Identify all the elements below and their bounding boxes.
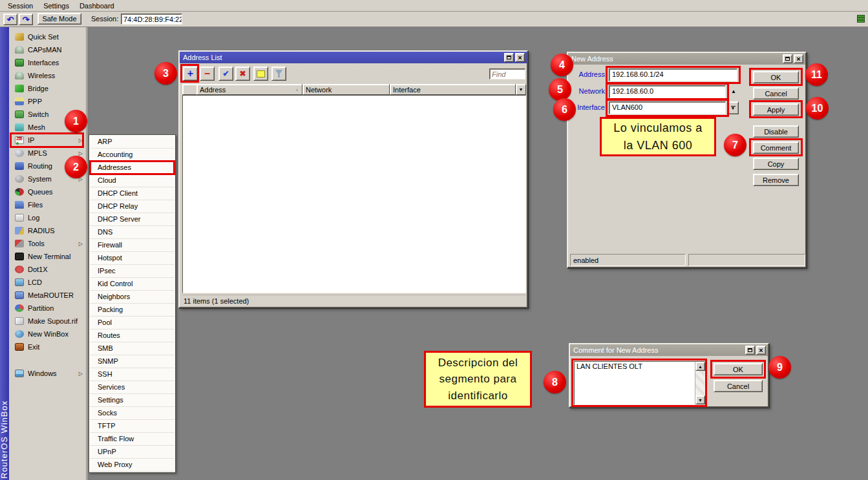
sidebar-item-bridge[interactable]: Bridge: [9, 82, 86, 95]
submenu-item-neighbors[interactable]: Neighbors: [90, 291, 175, 304]
filter-button[interactable]: [271, 67, 286, 81]
scroll-down-button[interactable]: ▼: [695, 395, 705, 404]
remove-address-button[interactable]: −: [200, 67, 215, 81]
spin-up-icon[interactable]: ▲: [731, 89, 736, 94]
submenu-item-web-proxy[interactable]: Web Proxy: [90, 459, 175, 472]
submenu-item-addresses[interactable]: Addresses: [90, 162, 175, 174]
sidebar-item-capsman[interactable]: CAPsMAN: [9, 43, 86, 56]
sidebar-item-metarouter[interactable]: MetaROUTER: [9, 289, 86, 302]
comment-dialog-titlebar[interactable]: Comment for New Address ×: [570, 344, 768, 356]
new-address-titlebar[interactable]: New Address ×: [568, 53, 805, 65]
sidebar-item-wireless[interactable]: Wireless: [9, 69, 86, 82]
submenu-item-pool[interactable]: Pool: [90, 317, 175, 329]
submenu-item-firewall[interactable]: Firewall: [90, 239, 175, 252]
submenu-item-kid-control[interactable]: Kid Control: [90, 278, 175, 291]
undo-button[interactable]: ↶: [3, 14, 17, 25]
address-input[interactable]: 192.168.60.1/24: [609, 68, 737, 81]
submenu-item-hotspot[interactable]: Hotspot: [90, 252, 175, 265]
submenu-item-tftp[interactable]: TFTP: [90, 420, 175, 433]
comment-tool-button[interactable]: [253, 67, 268, 81]
sidebar-item-files[interactable]: Files: [9, 198, 86, 211]
comment-button[interactable]: Comment: [753, 141, 799, 154]
capsman-icon: [15, 46, 24, 54]
submenu-item-settings[interactable]: Settings: [90, 394, 175, 407]
sidebar-item-queues[interactable]: Queues: [9, 185, 86, 198]
sidebar-item-new-winbox[interactable]: New WinBox: [9, 328, 86, 340]
enable-button[interactable]: ✔: [218, 67, 233, 81]
disable-button[interactable]: ✖: [235, 67, 250, 81]
maximize-button[interactable]: [783, 54, 792, 63]
network-input[interactable]: 192.168.60.0: [609, 85, 726, 98]
sidebar-item-dot1x[interactable]: Dot1X: [9, 263, 86, 276]
submenu-item-socks[interactable]: Socks: [90, 407, 175, 420]
close-button[interactable]: ×: [515, 53, 525, 62]
submenu-item-snmp[interactable]: SNMP: [90, 355, 175, 368]
sidebar-item-quick-set[interactable]: Quick Set: [9, 30, 86, 43]
menu-session[interactable]: Session: [3, 1, 38, 10]
submenu-item-ipsec[interactable]: IPsec: [90, 265, 175, 278]
menu-settings[interactable]: Settings: [38, 1, 74, 10]
copy-button[interactable]: Copy: [753, 158, 799, 170]
sidebar-item-switch[interactable]: Switch: [9, 108, 86, 121]
sidebar-item-make-supout[interactable]: Make Supout.rif: [9, 315, 86, 328]
add-address-button[interactable]: +: [183, 67, 198, 81]
sidebar-item-ip[interactable]: IP▷: [9, 134, 86, 147]
sidebar-item-mesh[interactable]: Mesh: [9, 121, 86, 134]
close-button[interactable]: ×: [794, 54, 803, 63]
cancel-button[interactable]: Cancel: [753, 87, 799, 99]
submenu-item-packing[interactable]: Packing: [90, 304, 175, 317]
sidebar-item-mpls[interactable]: MPLS▷: [9, 147, 86, 160]
scroll-up-button[interactable]: ▲: [695, 362, 705, 371]
sidebar-item-interfaces[interactable]: Interfaces: [9, 56, 86, 69]
sidebar-item-tools[interactable]: Tools▷: [9, 237, 86, 250]
menu-dashboard[interactable]: Dashboard: [74, 1, 120, 10]
comment-textarea[interactable]: LAN CLIENTES OLT: [574, 361, 705, 405]
interface-column-header[interactable]: Interface: [390, 84, 516, 95]
sidebar-item-log[interactable]: Log: [9, 211, 86, 224]
submenu-item-accounting[interactable]: Accounting: [90, 149, 175, 162]
submenu-item-smb[interactable]: SMB: [90, 342, 175, 355]
submenu-item-services[interactable]: Services: [90, 381, 175, 394]
interface-dropdown-button[interactable]: ▼: [727, 101, 739, 114]
find-input[interactable]: [489, 68, 525, 79]
maximize-button[interactable]: [504, 53, 514, 62]
submenu-item-dhcp-client[interactable]: DHCP Client: [90, 187, 175, 200]
address-list-titlebar[interactable]: Address List ×: [180, 52, 527, 63]
submenu-item-dns[interactable]: DNS: [90, 226, 175, 239]
submenu-item-traffic-flow[interactable]: Traffic Flow: [90, 433, 175, 446]
safe-mode-button[interactable]: Safe Mode: [37, 13, 81, 25]
sidebar-item-radius[interactable]: RADIUS: [9, 224, 86, 237]
submenu-item-dhcp-server[interactable]: DHCP Server: [90, 213, 175, 226]
sidebar-item-routing[interactable]: Routing▷: [9, 160, 86, 172]
comment-cancel-button[interactable]: Cancel: [714, 380, 763, 392]
disable-button[interactable]: Disable: [753, 125, 799, 138]
submenu-item-cloud[interactable]: Cloud: [90, 174, 175, 187]
address-list-body[interactable]: [182, 95, 526, 293]
comment-ok-button[interactable]: OK: [714, 363, 763, 375]
close-button[interactable]: ×: [756, 346, 766, 355]
submenu-item-upnp[interactable]: UPnP: [90, 446, 175, 459]
scrollbar[interactable]: ▲ ▼: [695, 362, 704, 404]
submenu-item-arp[interactable]: ARP: [90, 136, 175, 149]
address-column-header[interactable]: Address▲: [196, 84, 302, 95]
submenu-item-dhcp-relay[interactable]: DHCP Relay: [90, 200, 175, 213]
maximize-button[interactable]: [745, 346, 755, 355]
redo-button[interactable]: ↷: [19, 14, 33, 25]
session-field[interactable]: 74:4D:28:B9:F4:22: [121, 14, 182, 25]
apply-button[interactable]: Apply: [753, 103, 799, 116]
sidebar-item-partition[interactable]: Partition: [9, 302, 86, 315]
remove-button[interactable]: Remove: [753, 174, 799, 186]
sidebar-item-new-terminal[interactable]: New Terminal: [9, 250, 86, 263]
sidebar-item-ppp[interactable]: PPP: [9, 95, 86, 108]
sidebar-item-exit[interactable]: Exit: [9, 340, 86, 353]
sidebar-item-system[interactable]: System▷: [9, 172, 86, 185]
sidebar-item-windows[interactable]: Windows▷: [9, 367, 86, 380]
ok-button[interactable]: OK: [753, 71, 799, 83]
column-options-button[interactable]: ▼: [516, 84, 526, 95]
flags-column-header[interactable]: [182, 84, 197, 95]
network-column-header[interactable]: Network: [302, 84, 390, 95]
submenu-item-ssh[interactable]: SSH: [90, 368, 175, 381]
submenu-item-routes[interactable]: Routes: [90, 329, 175, 342]
sidebar-item-lcd[interactable]: LCD: [9, 276, 86, 289]
interface-select[interactable]: VLAN600: [609, 101, 726, 114]
